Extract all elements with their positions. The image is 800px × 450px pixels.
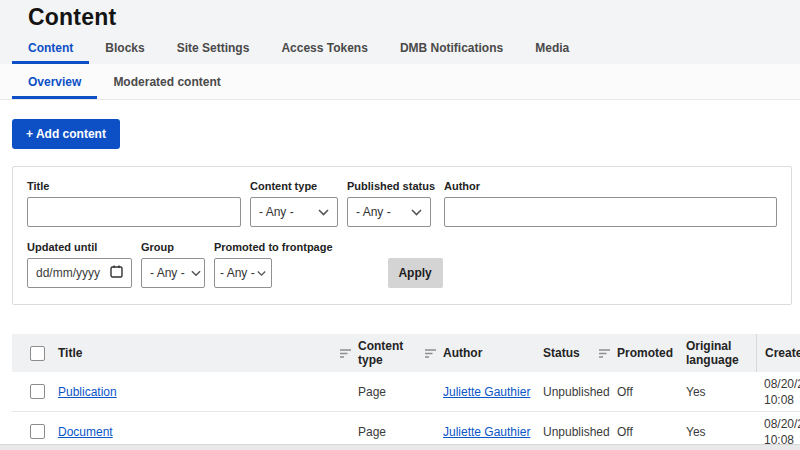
published-status-filter-label: Published status — [347, 180, 435, 192]
header-checkbox-cell — [12, 346, 58, 361]
promoted-select-value: - Any - — [220, 266, 255, 280]
subtab-moderated-content[interactable]: Moderated content — [97, 64, 236, 99]
row-checkbox[interactable] — [30, 424, 45, 439]
chevron-down-icon — [411, 209, 422, 216]
title-filter: Title — [27, 180, 241, 227]
title-filter-label: Title — [27, 180, 241, 192]
group-filter-label: Group — [141, 241, 205, 253]
row-original-language: Yes — [686, 425, 756, 439]
subtab-overview[interactable]: Overview — [12, 64, 97, 99]
row-created: 08/20/20 10:08 — [764, 376, 800, 408]
tab-dmb-notifications[interactable]: DMB Notifications — [384, 32, 519, 64]
filters-row-1: Title Content type - Any - Published sta… — [27, 180, 777, 227]
author-filter-input[interactable] — [444, 197, 777, 227]
content-type-filter-label: Content type — [250, 180, 338, 192]
published-status-filter: Published status - Any - — [347, 180, 435, 227]
tab-media[interactable]: Media — [519, 32, 585, 64]
secondary-tabs: Overview Moderated content — [0, 64, 800, 100]
main-area: + Add content Title Content type - Any - — [0, 100, 800, 450]
author-filter-label: Author — [444, 180, 777, 192]
row-author-link[interactable]: Juliette Gauthier — [443, 385, 530, 399]
content-type-select-value: - Any - — [259, 205, 294, 219]
filters-panel: Title Content type - Any - Published sta… — [12, 166, 792, 305]
header-created[interactable]: Created — [756, 334, 800, 372]
page-header: Content — [0, 0, 800, 32]
header-content-type[interactable]: Content type — [358, 339, 443, 367]
tab-blocks[interactable]: Blocks — [89, 32, 160, 64]
page-title: Content — [28, 4, 800, 31]
row-created: 08/20/20 10:08 — [764, 416, 800, 448]
content-admin-page: Content Content Blocks Site Settings Acc… — [0, 0, 800, 450]
row-promoted: Off — [617, 425, 686, 439]
header-promoted: Promoted — [617, 346, 686, 360]
tab-content[interactable]: Content — [12, 32, 89, 64]
calendar-icon — [110, 265, 123, 281]
sort-icon[interactable] — [425, 349, 437, 358]
row-author-link[interactable]: Juliette Gauthier — [443, 425, 530, 439]
updated-until-filter-label: Updated until — [27, 241, 132, 253]
updated-until-input[interactable]: dd/mm/yyyy — [27, 258, 132, 288]
apply-button[interactable]: Apply — [388, 258, 443, 288]
updated-until-filter: Updated until dd/mm/yyyy — [27, 241, 132, 288]
table-row: Publication Page Juliette Gauthier Unpub… — [12, 372, 800, 412]
published-status-select-value: - Any - — [356, 205, 391, 219]
row-content-type: Page — [358, 385, 443, 399]
promoted-to-frontpage-filter-label: Promoted to frontpage — [214, 241, 333, 253]
content-type-filter: Content type - Any - — [250, 180, 338, 227]
author-filter: Author — [444, 180, 777, 227]
row-checkbox[interactable] — [30, 384, 45, 399]
filters-row-2: Updated until dd/mm/yyyy Group - Any - — [27, 241, 777, 288]
row-original-language: Yes — [686, 385, 756, 399]
chevron-down-icon — [318, 209, 329, 216]
published-status-select[interactable]: - Any - — [347, 197, 431, 227]
sort-icon[interactable] — [599, 349, 611, 358]
content-type-select[interactable]: - Any - — [250, 197, 338, 227]
row-promoted: Off — [617, 385, 686, 399]
row-status: Unpublished — [543, 425, 617, 439]
row-title-link[interactable]: Publication — [58, 385, 117, 399]
group-select[interactable]: - Any - — [141, 258, 205, 288]
promoted-to-frontpage-select[interactable]: - Any - — [214, 258, 272, 288]
date-placeholder: dd/mm/yyyy — [36, 266, 100, 280]
sort-icon[interactable] — [340, 349, 352, 358]
header-author: Author — [443, 346, 543, 360]
row-content-type: Page — [358, 425, 443, 439]
title-filter-input[interactable] — [27, 197, 241, 227]
add-content-button[interactable]: + Add content — [12, 119, 120, 149]
promoted-to-frontpage-filter: Promoted to frontpage - Any - — [214, 241, 333, 288]
chevron-down-icon — [191, 270, 201, 277]
group-select-value: - Any - — [150, 266, 185, 280]
table-header-row: Title Content type Author Status — [12, 334, 800, 372]
primary-tabs: Content Blocks Site Settings Access Toke… — [0, 32, 800, 64]
group-filter: Group - Any - — [141, 241, 205, 288]
tab-site-settings[interactable]: Site Settings — [161, 32, 266, 64]
content-table: Title Content type Author Status — [12, 334, 800, 450]
header-status[interactable]: Status — [543, 346, 617, 360]
bottom-strip — [0, 444, 800, 450]
tab-access-tokens[interactable]: Access Tokens — [265, 32, 384, 64]
chevron-down-icon — [257, 270, 266, 277]
header-original-language: Original language — [686, 339, 756, 367]
select-all-checkbox[interactable] — [30, 346, 45, 361]
header-title[interactable]: Title — [58, 346, 358, 360]
row-title-link[interactable]: Document — [58, 425, 113, 439]
row-status: Unpublished — [543, 385, 617, 399]
